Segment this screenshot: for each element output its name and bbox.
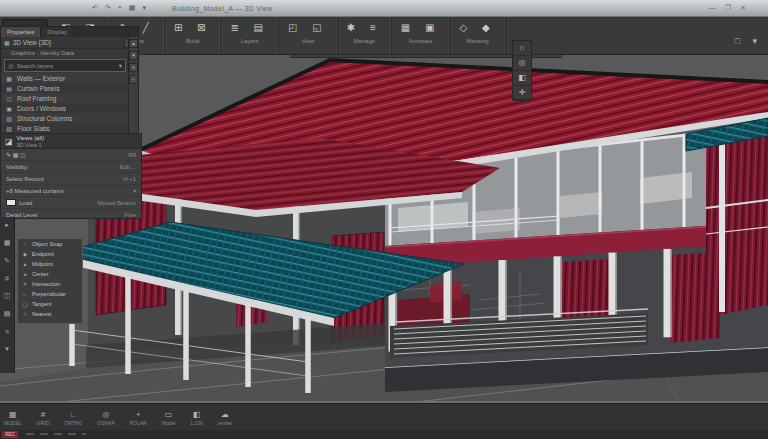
search-input[interactable]: Search layers [17,63,116,69]
add-button[interactable]: + [129,63,138,72]
edit-button[interactable]: Edit… [120,164,136,170]
list-item[interactable]: ▧ Floor Slabs [1,123,138,133]
menu-item[interactable]: ● Center [18,269,82,279]
menu-item[interactable]: ▫ Object Snap [18,239,82,249]
chevron-down-icon[interactable]: ▾ [5,345,9,353]
chevron-down-icon[interactable]: ▾ [119,62,122,70]
menu-item[interactable]: ◆ Endpoint [18,249,82,259]
menu-item[interactable]: ≈ Nearest [18,309,82,319]
ribbon-group-build[interactable]: ⊞ ⊠ Build [165,16,222,54]
menu-item-label: Perpendicular [32,291,66,297]
remove-button[interactable]: − [129,75,138,84]
row-value: R8 [128,152,136,158]
section-box-icon[interactable]: ◧ [513,71,531,86]
status-toggle-model[interactable]: ▦ MODEL [4,410,22,426]
section-icon[interactable]: ◫ [4,292,11,300]
option-row[interactable]: Visibility Edit… [1,161,141,173]
ribbon-group-manage[interactable]: ✱ ≡ Manage [338,16,392,54]
grid-icon[interactable]: ▦ [4,239,11,247]
grid-icon[interactable]: ▦ [129,0,136,16]
expand-icon[interactable]: ▸ [5,221,9,229]
pencil-icon[interactable]: ✎ [4,257,10,265]
row-value: H +1 [123,176,136,182]
list-item[interactable]: ▤ Curtain Panels [1,83,138,93]
close-button[interactable]: ✕ [740,0,746,16]
list-item[interactable]: ◫ Roof Framing [1,93,138,103]
status-toggle-ortho[interactable]: ∟ ORTHO [64,410,82,426]
ribbon-group-layers[interactable]: ≣ ▤ Layers [221,16,279,54]
layer-label: Walls — Exterior [17,75,65,82]
status-render[interactable]: ☁ render [218,410,232,426]
tab-display[interactable]: Display [41,27,74,37]
scroll-up-button[interactable]: ▴ [129,39,138,48]
snap-icon: ▫ [22,241,28,247]
group-label: View [301,38,314,44]
layer-search-box[interactable]: ◎ Search layers ▾ [4,59,126,72]
status-toggle-grid[interactable]: # GRID [37,410,50,426]
menu-item-label: Midpoint [32,261,53,267]
group-label: Build [186,38,199,44]
status-toggle-osnap[interactable]: ◎ OSNAP [97,410,115,426]
option-row[interactable]: ✎ ▦ ◫ R8 [1,149,141,161]
list-item[interactable]: ▣ Doors / Windows [1,103,138,113]
right-slat-wall [706,122,768,318]
annotate-icons[interactable]: ▦ ▣ [401,19,441,37]
scroll-down-button[interactable]: ▾ [129,51,138,60]
row-value: Fine [124,212,136,218]
new-icon[interactable]: + [118,0,122,16]
massing-icons[interactable]: ◇ ◆ [459,19,495,37]
view-icons[interactable]: ◰ ◱ [288,19,328,37]
color-swatch[interactable] [6,199,16,206]
tab-properties[interactable]: Properties [1,27,41,37]
ribbon-group-massing[interactable]: ◇ ◆ Massing [450,16,505,54]
model-icon: ▦ [9,410,17,419]
option-row[interactable]: Select Record H +1 [1,173,141,185]
qat-dropdown-icon[interactable]: ▾ [142,0,146,16]
snap-icon: ● [22,271,28,277]
group-label: Manage [353,38,375,44]
snap-icon: ◯ [22,301,28,307]
row-label: +8 Measured curtains [6,188,64,194]
status-model-tab[interactable]: ▭ Model [162,410,176,426]
manage-icons[interactable]: ✱ ≡ [347,19,382,37]
menu-item[interactable]: ◯ Tangent [18,299,82,309]
window-title: Building_Model_A — 3D View [172,5,273,12]
status-label: 1:100 [190,420,203,426]
snap-icon: ∟ [22,291,28,297]
maximize-button[interactable]: ❐ [725,0,731,16]
chevron-down-icon[interactable]: ▾ [133,187,136,194]
layers-icons[interactable]: ≣ ▤ [230,19,269,37]
status-scale[interactable]: ◧ 1:100 [190,410,203,426]
menu-item[interactable]: ▲ Midpoint [18,259,82,269]
status-toggle-polar[interactable]: + POLAR [130,410,147,426]
ribbon-group-view[interactable]: ◰ ◱ View [279,16,338,54]
option-row[interactable]: +8 Measured curtains ▾ [1,185,141,197]
layer-icon: ▦ [5,75,13,82]
status-label: ORTHO [64,420,82,426]
pan-icon[interactable]: ✛ [513,86,531,101]
build-icons[interactable]: ⊞ ⊠ [174,19,212,37]
list-icon[interactable]: ≡ [5,328,9,335]
bottom-strip: REC [0,430,768,439]
polar-icon: + [136,410,141,419]
ribbon-group-annotate[interactable]: ▦ ▣ Annotate [392,16,451,54]
home-view-icon[interactable]: ⌂ [513,41,531,56]
views-icon: ◪ [5,137,13,146]
table-icon[interactable]: ▤ [4,310,11,318]
menu-item[interactable]: ✕ Intersection [18,279,82,289]
ribbon-right-icons[interactable]: □ ▾ [735,36,762,46]
list-item[interactable]: ▦ Walls — Exterior [1,73,138,83]
left-tool-strip: ▸ ▦ ✎ # ◫ ▤ ≡ ▾ [0,217,15,373]
undo-icon[interactable]: ↶ [92,0,98,16]
list-item[interactable]: ▥ Structural Columns [1,113,138,123]
minimize-button[interactable]: — [709,0,716,16]
group-label: Massing [466,38,488,44]
option-row[interactable]: Load Moved Beams [1,197,141,209]
redo-icon[interactable]: ↷ [105,0,111,16]
orbit-icon[interactable]: ◎ [513,56,531,71]
layer-list: ▦ Walls — Exterior ▤ Curtain Panels ◫ Ro… [1,73,138,133]
hatch-icon[interactable]: # [5,275,9,282]
option-row[interactable]: Detail Level Fine [1,209,141,220]
layer-label: Curtain Panels [17,85,60,92]
menu-item[interactable]: ∟ Perpendicular [18,289,82,299]
